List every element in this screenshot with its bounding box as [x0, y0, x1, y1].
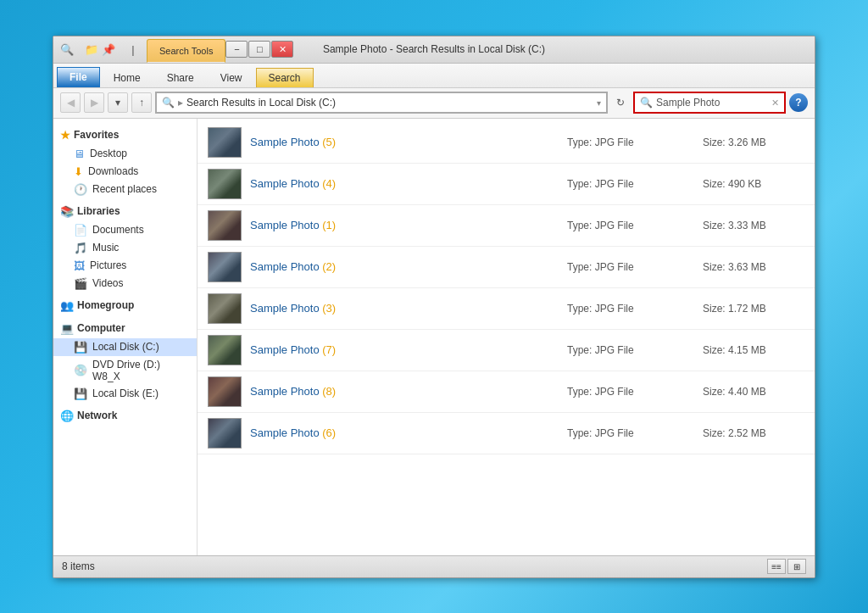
tab-view[interactable]: View	[208, 68, 255, 87]
disk-c-icon: 💾	[74, 341, 87, 354]
file-thumbnail	[208, 335, 242, 365]
computer-label: Computer	[77, 322, 125, 334]
file-type: Type: JPG File	[567, 220, 703, 231]
recent-locations-button[interactable]: ▾	[108, 92, 128, 113]
sidebar-item-pictures[interactable]: 🖼 Pictures	[53, 257, 197, 275]
file-size: Size: 1.72 MB	[703, 303, 804, 315]
address-dropdown-icon[interactable]: ▾	[597, 98, 601, 108]
small-icons-view-button[interactable]: ⊞	[787, 559, 806, 574]
forward-button[interactable]: ▶	[84, 92, 104, 113]
dropdown-icon: ▾	[115, 97, 120, 109]
file-thumbnail	[208, 376, 242, 407]
sidebar-header-computer[interactable]: 💻 Computer	[53, 319, 197, 338]
help-button[interactable]: ?	[789, 93, 808, 112]
file-name-suffix: (7)	[322, 343, 336, 356]
file-info: Sample Photo (5) Type: JPG File Size: 3.…	[250, 136, 804, 148]
list-view-icon: ≡≡	[771, 562, 782, 571]
refresh-button[interactable]: ↻	[611, 92, 630, 114]
list-view-button[interactable]: ≡≡	[767, 559, 786, 574]
file-list: Sample Photo (5) Type: JPG File Size: 3.…	[198, 119, 815, 555]
sidebar-item-local-disk-c[interactable]: 💾 Local Disk (C:)	[53, 338, 197, 356]
sidebar-item-documents[interactable]: 📄 Documents	[53, 221, 197, 239]
pictures-icon: 🖼	[74, 259, 85, 272]
pictures-label: Pictures	[90, 259, 126, 271]
pin-icon[interactable]: 📌	[102, 42, 115, 56]
file-name-suffix: (6)	[322, 426, 336, 439]
sidebar-item-local-disk-e[interactable]: 💾 Local Disk (E:)	[53, 385, 197, 403]
file-thumbnail	[208, 169, 242, 199]
file-info: Sample Photo (4) Type: JPG File Size: 49…	[250, 177, 804, 190]
title-bar-left: 🔍 📁 📌 |	[53, 36, 147, 63]
search-icon[interactable]: 🔍	[60, 42, 74, 56]
list-item[interactable]: Sample Photo (6) Type: JPG File Size: 2.…	[198, 413, 815, 454]
desktop-icon: 🖥	[74, 148, 85, 160]
up-icon: ↑	[139, 97, 144, 109]
disk-e-icon: 💾	[74, 387, 87, 400]
tab-file[interactable]: File	[57, 67, 100, 87]
search-clear-button[interactable]: ✕	[771, 98, 779, 109]
sidebar-item-music[interactable]: 🎵 Music	[53, 239, 197, 257]
file-size: Size: 4.15 MB	[703, 344, 804, 356]
file-name: Sample Photo (3)	[250, 302, 567, 315]
list-item[interactable]: Sample Photo (3) Type: JPG File Size: 1.…	[198, 288, 815, 330]
list-item[interactable]: Sample Photo (1) Type: JPG File Size: 3.…	[198, 205, 815, 247]
recent-icon: 🕐	[74, 183, 87, 196]
sidebar-header-homegroup[interactable]: 👥 Homegroup	[53, 296, 197, 315]
list-item[interactable]: Sample Photo (8) Type: JPG File Size: 4.…	[198, 371, 815, 413]
file-info: Sample Photo (2) Type: JPG File Size: 3.…	[250, 260, 804, 273]
tab-search[interactable]: Search	[256, 68, 314, 87]
list-item[interactable]: Sample Photo (5) Type: JPG File Size: 3.…	[198, 122, 815, 164]
tab-home[interactable]: Home	[101, 68, 153, 87]
sidebar-header-favorites[interactable]: ★ Favorites	[53, 125, 197, 145]
sidebar-item-dvd-drive[interactable]: 💿 DVD Drive (D:) W8_X	[53, 356, 197, 385]
file-thumbnail	[208, 210, 242, 241]
file-type: Type: JPG File	[567, 386, 703, 398]
documents-label: Documents	[92, 224, 144, 236]
search-input[interactable]: 🔍 Sample Photo ✕	[633, 92, 786, 114]
file-name: Sample Photo (2)	[250, 260, 567, 273]
tab-share[interactable]: Share	[154, 68, 207, 87]
file-name-suffix: (1)	[322, 219, 336, 231]
network-label: Network	[77, 410, 117, 421]
file-size: Size: 3.26 MB	[703, 137, 804, 148]
sidebar-item-videos[interactable]: 🎬 Videos	[53, 275, 197, 293]
file-name-suffix: (2)	[322, 260, 336, 273]
address-input[interactable]: 🔍 ▸ Search Results in Local Disk (C:) ▾	[155, 92, 608, 114]
sidebar-header-libraries[interactable]: 📚 Libraries	[53, 202, 197, 221]
file-info: Sample Photo (3) Type: JPG File Size: 1.…	[250, 302, 804, 315]
search-value: Sample Photo	[656, 97, 768, 109]
file-thumbnail	[208, 252, 242, 282]
quick-access-icon[interactable]: |	[126, 42, 140, 56]
view-buttons: ≡≡ ⊞	[767, 559, 806, 574]
list-item[interactable]: Sample Photo (7) Type: JPG File Size: 4.…	[198, 330, 815, 371]
refresh-icon: ↻	[616, 97, 625, 109]
sidebar-item-downloads[interactable]: ⬇ Downloads	[53, 163, 197, 181]
maximize-button[interactable]: □	[248, 41, 270, 58]
list-item[interactable]: Sample Photo (2) Type: JPG File Size: 3.…	[198, 247, 815, 288]
search-tools-label: Search Tools	[159, 46, 213, 56]
sidebar-item-recent[interactable]: 🕐 Recent places	[53, 181, 197, 198]
main-content: ★ Favorites 🖥 Desktop ⬇ Downloads 🕐 Rece…	[53, 119, 815, 555]
address-bar: ◀ ▶ ▾ ↑ 🔍 ▸ Search Results in Local Disk…	[53, 88, 815, 119]
file-type: Type: JPG File	[567, 178, 703, 190]
close-button[interactable]: ✕	[271, 41, 293, 58]
new-folder-icon[interactable]: 📁	[85, 42, 98, 56]
minimize-button[interactable]: −	[225, 41, 248, 58]
sidebar-header-network[interactable]: 🌐 Network	[53, 406, 197, 426]
sidebar-section-libraries: 📚 Libraries 📄 Documents 🎵 Music 🖼 Pictur…	[53, 202, 197, 293]
up-button[interactable]: ↑	[131, 92, 152, 113]
sidebar-item-desktop[interactable]: 🖥 Desktop	[53, 145, 197, 163]
dvd-icon: 💿	[74, 364, 87, 376]
back-button[interactable]: ◀	[60, 92, 81, 113]
file-name-suffix: (8)	[322, 385, 336, 398]
search-tools-tab[interactable]: Search Tools	[147, 39, 225, 63]
window-controls: − □ ✕	[225, 36, 297, 63]
file-name-plain: Sample Photo	[250, 385, 322, 398]
file-info: Sample Photo (1) Type: JPG File Size: 3.…	[250, 219, 804, 231]
desktop-label: Desktop	[90, 148, 127, 159]
music-icon: 🎵	[74, 242, 87, 254]
file-type: Type: JPG File	[567, 137, 703, 148]
list-item[interactable]: Sample Photo (4) Type: JPG File Size: 49…	[198, 164, 815, 205]
favorites-star-icon: ★	[60, 129, 70, 142]
file-name: Sample Photo (7)	[250, 343, 567, 356]
